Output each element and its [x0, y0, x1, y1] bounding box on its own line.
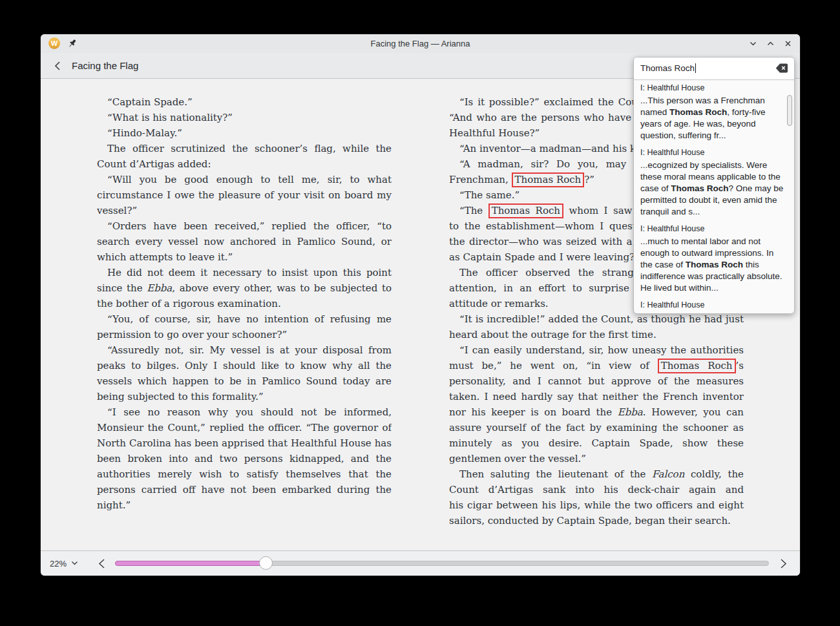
book-text-line: “Assuredly not, sir. My vessel is at you…	[97, 342, 392, 358]
titlebar[interactable]: W Facing the Flag — Arianna	[41, 34, 800, 53]
result-chapter-label: I: Healthful House	[640, 148, 786, 157]
zoom-dropdown[interactable]: 22%	[50, 556, 78, 570]
search-result-item[interactable]: I: Healthful House...This person was a F…	[640, 83, 786, 141]
book-text-line: Monsieur the Count,” replied the officer…	[97, 420, 392, 435]
results-scrollbar[interactable]	[787, 95, 792, 126]
desktop-background: W Facing the Flag — Arianna	[0, 0, 840, 626]
book-text-line: nor his keeper is on board the Ebba. How…	[449, 404, 744, 420]
window-title: Facing the Flag — Arianna	[41, 34, 800, 53]
book-text-line: “Orders have been received,” replied the…	[97, 218, 392, 234]
book-text-line: search every vessel now anchored in Paml…	[97, 234, 392, 249]
shade-button[interactable]	[747, 38, 759, 50]
status-bar: 22%	[41, 550, 800, 576]
arianna-window: W Facing the Flag — Arianna	[41, 34, 800, 576]
zoom-level: 22%	[50, 559, 67, 569]
search-field-row: Thomas Roch	[634, 57, 794, 80]
book-column-left: “Captain Spade.”“What is his nationality…	[97, 94, 392, 513]
slider-fill	[115, 561, 266, 566]
clear-search-icon[interactable]	[775, 63, 788, 74]
book-text-line: being subjected to this formality.”	[97, 389, 392, 404]
chevron-down-icon	[71, 561, 78, 566]
book-text-line: circumstance I owe the pleasure of your …	[97, 187, 392, 203]
book-text-line: gentlemen over the vessel.”	[449, 451, 744, 466]
book-text-line: permission to go over your schooner?”	[97, 327, 392, 342]
book-text-line: heard about the outrage for the first ti…	[449, 327, 744, 342]
book-text-line: The officer scrutinized the schooner’s f…	[97, 141, 392, 156]
book-text-line: “You, of course, sir, have no intention …	[97, 311, 392, 327]
back-button[interactable]	[50, 59, 65, 73]
book-text-line: “What is his nationality?”	[97, 110, 392, 125]
result-snippet: ...This person was a Frenchman named Tho…	[640, 95, 786, 141]
search-result-item[interactable]: I: Healthful House...much to mental labo…	[640, 224, 786, 294]
search-match-highlight: Thomas Roch	[658, 359, 736, 373]
book-text-line: been broken into and two persons kidnapp…	[97, 451, 392, 466]
next-page-button[interactable]	[775, 556, 791, 571]
book-text-line: the bother of a rigorous examination.	[97, 296, 392, 311]
book-text-line: “Will you be good enough to tell me, sir…	[97, 172, 392, 187]
book-text-line: since the Ebba, above every other, was t…	[97, 280, 392, 296]
book-text-line: peaks to bilges. Only I should like to k…	[97, 358, 392, 373]
book-text-line: persons carried off have not been embark…	[97, 482, 392, 497]
book-text-line: minutely as you desire. Captain Spade, s…	[449, 435, 744, 451]
book-text-line: vessels which happen to be in Pamlico So…	[97, 373, 392, 389]
search-match-highlight: Thomas Roch	[488, 203, 563, 218]
book-text-line: personality, and I cannot but approve of…	[449, 373, 744, 389]
book-text-line: his cigar between his lips, while the tw…	[449, 497, 744, 513]
book-text-line: Count d’Artigas sank into his deck-chair…	[449, 482, 744, 497]
window-controls	[747, 34, 793, 53]
book-text-line: Count d’Artigas added:	[97, 156, 392, 172]
search-input[interactable]: Thomas Roch	[640, 57, 696, 79]
previous-page-button[interactable]	[94, 556, 109, 571]
book-text-line: assure yourself of the fact by examining…	[449, 420, 744, 435]
result-chapter-label: I: Healthful House	[640, 83, 786, 92]
search-results-list: I: Healthful House...This person was a F…	[634, 79, 788, 313]
search-result-item[interactable]: I: Healthful House	[640, 300, 786, 309]
book-text-line: “I see no reason why you should not be i…	[97, 404, 392, 420]
result-chapter-label: I: Healthful House	[640, 224, 786, 233]
book-text-line: authorities merely wish to satisfy thems…	[97, 466, 392, 482]
slider-handle[interactable]	[259, 556, 273, 570]
result-snippet: ...much to mental labor and not enough t…	[640, 236, 786, 294]
book-text-line: “Hindo-Malay.”	[97, 125, 392, 141]
book-text-line: vessel?”	[97, 203, 392, 218]
search-popup: Thomas Roch I: Healthful House...This pe…	[633, 57, 795, 314]
book-text-line: “I can easily understand, sir, how uneas…	[449, 342, 744, 358]
text-cursor	[695, 63, 696, 73]
book-text-line: Then saluting the lieutenant of the Falc…	[449, 466, 744, 482]
book-text-line: which attempts to leave it.”	[97, 249, 392, 265]
result-chapter-label: I: Healthful House	[640, 300, 786, 309]
book-text-line: night.”	[97, 497, 392, 513]
maximize-button[interactable]	[764, 38, 776, 50]
book-title: Facing the Flag	[72, 60, 138, 71]
book-text-line: He did not deem it necessary to insist u…	[97, 265, 392, 280]
book-text-line: must be,” he went on, “in view of Thomas…	[449, 358, 744, 373]
search-match-highlight: Thomas Roch	[512, 172, 585, 187]
search-result-item[interactable]: I: Healthful House...ecognized by specia…	[640, 148, 786, 218]
book-text-line: North Carolina has been apprised that He…	[97, 435, 392, 451]
book-text-line: sailors, conducted by Captain Spade, beg…	[449, 513, 744, 528]
book-text-line: taken. I need hardly say that neither th…	[449, 389, 744, 404]
progress-slider[interactable]	[115, 561, 769, 566]
close-button[interactable]	[782, 38, 793, 50]
result-snippet: ...ecognized by specialists. Were these …	[640, 160, 786, 218]
book-text-line: “Captain Spade.”	[97, 94, 392, 110]
search-query-text: Thomas Roch	[640, 63, 695, 73]
